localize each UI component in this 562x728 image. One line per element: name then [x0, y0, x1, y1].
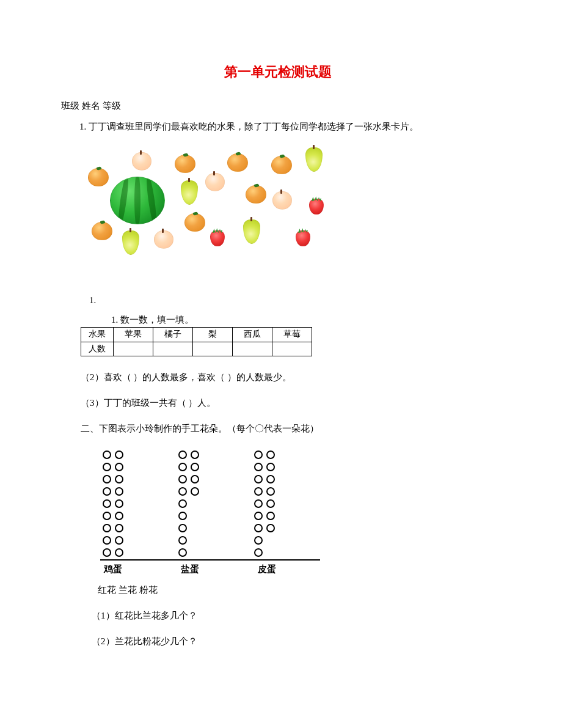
orange-icon	[271, 156, 292, 174]
page-title: 第一单元检测试题	[61, 61, 495, 83]
strawberry-icon	[296, 230, 310, 246]
pear-icon	[122, 230, 139, 255]
col-header: 橘子	[153, 328, 193, 342]
tally-col-2	[178, 450, 230, 559]
flower-labels: 红花 兰花 粉花	[98, 583, 495, 597]
apple-icon	[154, 230, 173, 249]
tally-col-1	[103, 450, 154, 559]
apple-icon	[132, 152, 151, 171]
q1-sub2: （2）喜欢（ ）的人数最多，喜欢（ ）的人数最少。	[81, 370, 495, 384]
table-row: 人数	[81, 342, 312, 356]
col-header: 西瓜	[233, 328, 272, 342]
row-header-item: 水果	[81, 328, 114, 342]
tally-label: 盐蛋	[180, 562, 232, 576]
col-header: 梨	[193, 328, 233, 342]
pear-icon	[305, 147, 323, 172]
count-cell[interactable]	[272, 342, 312, 356]
student-fields: 班级 姓名 等级	[61, 98, 495, 113]
tally-label: 鸡蛋	[103, 562, 155, 576]
tally-diagram: 鸡蛋 盐蛋 皮蛋	[100, 447, 320, 576]
col-header: 苹果	[114, 328, 153, 342]
q2-sub2: （2）兰花比粉花少几个？	[92, 634, 495, 649]
fruit-count-table: 水果 苹果 橘子 梨 西瓜 草莓 人数	[81, 327, 312, 356]
q1-intro: 1. 丁丁调查班里同学们最喜欢吃的水果，除了丁丁每位同学都选择了一张水果卡片。	[61, 119, 495, 134]
strawberry-icon	[210, 230, 225, 246]
q1-number: 1.	[61, 293, 495, 307]
pear-icon	[181, 180, 198, 205]
orange-icon	[88, 168, 109, 186]
count-cell[interactable]	[153, 342, 193, 356]
tally-label: 皮蛋	[257, 562, 309, 576]
orange-icon	[92, 222, 112, 240]
orange-icon	[175, 155, 195, 173]
q2-sub1: （1）红花比兰花多几个？	[92, 608, 495, 623]
tally-col-3	[254, 450, 305, 559]
count-cell[interactable]	[114, 342, 153, 356]
worksheet-page: 第一单元检测试题 班级 姓名 等级 1. 丁丁调查班里同学们最喜欢吃的水果，除了…	[0, 0, 562, 728]
orange-icon	[246, 185, 266, 204]
count-cell[interactable]	[193, 342, 233, 356]
count-cell[interactable]	[233, 342, 272, 356]
pear-icon	[243, 219, 260, 244]
apple-icon	[272, 191, 292, 210]
tally-columns	[100, 447, 320, 561]
section2-intro: 二、下图表示小玲制作的手工花朵。（每个〇代表一朵花）	[81, 421, 495, 436]
strawberry-icon	[309, 199, 324, 215]
fruit-illustration	[88, 145, 345, 279]
tally-labels: 鸡蛋 盐蛋 皮蛋	[100, 561, 320, 576]
table-row: 水果 苹果 橘子 梨 西瓜 草莓	[81, 328, 312, 342]
q1-sub3: （3）丁丁的班级一共有（ ）人。	[81, 395, 495, 410]
watermelon-icon	[110, 177, 165, 224]
apple-icon	[205, 173, 225, 191]
q1-sub1: 1. 数一数，填一填。	[61, 312, 495, 327]
row-header-count: 人数	[81, 342, 114, 356]
col-header: 草莓	[272, 328, 312, 342]
orange-icon	[184, 213, 205, 232]
orange-icon	[227, 153, 248, 172]
